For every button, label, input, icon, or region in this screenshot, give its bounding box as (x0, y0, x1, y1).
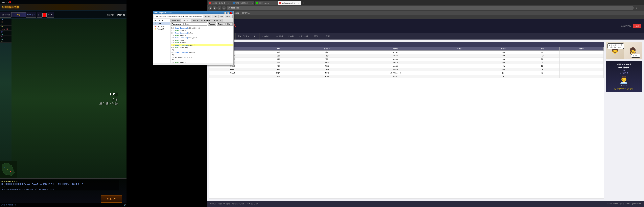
browser-tab-4[interactable]: wcchaos.com:8081 ✕ (278, 1, 301, 5)
footer-link-terms[interactable]: 이용약관 (210, 203, 216, 204)
website-content: WCCCHAOS 로그인 하세요 로그 게임소식 ▼ 갤러리스트 챔피언/업랭크… (207, 19, 644, 207)
browser-menu-button[interactable]: ⋮ (639, 6, 643, 10)
login-button[interactable]: 로그 (633, 24, 641, 28)
open-button[interactable]: Open (212, 15, 218, 18)
game-status-bar: 선택한 유닛이 없습니다. 🔊 (0, 203, 126, 207)
replay-path-bar: Browse Open Back Forward (153, 14, 234, 19)
tab-close-3[interactable]: ✕ (274, 2, 276, 4)
back-button[interactable]: Back (218, 15, 224, 18)
nav-manage[interactable]: 운영하기 (323, 33, 335, 40)
manga-speech-bubble-1: 랑당님, 이번 한번 함께 기대해주세요! (608, 43, 624, 49)
replay-maximize-button[interactable]: □ (228, 12, 230, 14)
cell: 0:10 (481, 61, 525, 64)
nav-new-board[interactable]: 신규게시판 (297, 33, 310, 40)
browser-forward-button[interactable]: ▶ (213, 6, 217, 10)
game-close-button[interactable]: ✕ (9, 1, 11, 3)
sidebar-item-search[interactable]: 🔍 Search (153, 22, 170, 24)
nav-inquiry-label: 1:1문의 ▼ (313, 35, 321, 38)
player-item: rich (0, 21, 12, 23)
cancel-button[interactable]: 취소 (A) (100, 195, 122, 203)
cell: wcc881 (354, 75, 437, 78)
replay-content: ⚙ Settings 🔍 Search 📊 Hero chart 📁 Repla… (153, 19, 234, 63)
footer-link-email[interactable]: 이메일 무수신거부 (232, 203, 244, 204)
browser-refresh-button[interactable]: ↻ (217, 6, 221, 10)
browser-url-bar[interactable] (226, 6, 634, 10)
nav-champion-label: 챔피언/업랭크 (238, 35, 249, 38)
browser-tab-2[interactable]: 위쳐3 하기 관리자 ✕ (232, 1, 254, 5)
browser-bookmark-button[interactable]: ☆ (634, 6, 638, 10)
browser-back-button[interactable]: ◀ (208, 6, 212, 10)
footer-link-privacy[interactable]: 개인정보처리방침 (218, 203, 230, 204)
site-login-area[interactable]: 로그인 하세요 로그 (620, 24, 641, 28)
filters-button[interactable]: Filters (226, 22, 232, 26)
chat-entry: [All] (171, 59, 233, 61)
map-name: 로다렌 - 겨울 (99, 101, 118, 106)
nav-item-select[interactable]: 아이템 선 (273, 33, 285, 40)
chat-entry: 6:48[Allies] xJack: 아임 (171, 46, 233, 49)
sidebar-item-replay[interactable]: 📁 Replay (0) (153, 28, 170, 30)
sidebar-item-settings[interactable]: ⚙ Settings (153, 19, 170, 22)
search-type-select[interactable]: Text contains (171, 22, 184, 26)
hud-nightwolf-slot: 나이트 울프 (26, 12, 36, 18)
tab-close-1[interactable]: ✕ (228, 2, 230, 4)
new-tab-button[interactable]: + (301, 1, 305, 5)
player-item: Dar (0, 36, 12, 38)
cell: 0:0 (481, 71, 525, 75)
cell: 관광 (300, 50, 354, 54)
manga-container: 👦 랑당님, 이번 한번 함께 기대해주세요! 👧 나, 너도... (606, 42, 642, 59)
cell: 0:10 (481, 50, 525, 54)
tab-close-4[interactable]: ✕ (298, 2, 300, 4)
browser-bookmarks-bar: 업로드 하기 wcchaos.com/8081 위쳐3... (207, 11, 644, 15)
replay-close-button[interactable]: ✕ (230, 12, 232, 14)
nav-god[interactable]: 갓드 (251, 33, 260, 40)
cell: 0달 (525, 64, 560, 68)
browser-tab-1[interactable]: wcc아스 - 업로드 하기 ✕ (208, 1, 231, 5)
browser-home-button[interactable]: ⌂ (222, 6, 226, 10)
player-item: kKC (0, 26, 12, 28)
tab-action-log[interactable]: Action log (212, 19, 223, 22)
nav-manage-label: 운영하기 (326, 35, 332, 38)
find-next-button[interactable]: Find next (208, 22, 216, 26)
bookmark-3[interactable]: 위쳐3... (241, 12, 251, 14)
tab-close-2[interactable]: ✕ (251, 2, 253, 4)
hud-team-slot: 팀 1 (37, 12, 42, 18)
search-input[interactable] (184, 22, 207, 26)
gwp-advertisement[interactable]: 지금 선발자8대최종 합격처! GWP군무원학원 👨‍💼 2021년도 합격자 … (606, 61, 642, 92)
nav-updaldan[interactable]: 업달대편 (285, 33, 297, 40)
replay-path-input[interactable] (154, 15, 203, 18)
player-item: JJa (0, 40, 12, 42)
cell: 1:1관 (300, 75, 354, 78)
nav-champion[interactable]: 챔피언/업랭크 (236, 33, 251, 40)
tab-actions[interactable]: Actions (191, 19, 200, 22)
tab-game-info[interactable]: Game info (170, 19, 182, 22)
chat-entry: 6:18[Game Command] penaryryui: 2 (171, 37, 233, 39)
nav-inquiry[interactable]: 1:1문의 ▼ (310, 33, 323, 40)
replay-search-bar: Text contains Find next Find prev Filter… (170, 22, 234, 26)
browse-button[interactable]: Browse (204, 15, 211, 18)
cell: 1:1 파과wcc448 (354, 71, 437, 75)
site-footer: 이용약관 개인정보처리방침 이메일 무수신거부 제3자 관련 알리기 © 200… (207, 201, 644, 207)
chat-entry-highlight: 6:45[Game Command] likOmu: 2 (171, 44, 233, 46)
sidebar-replay-label: Replay (0) (157, 28, 164, 30)
find-prev-button[interactable]: Find prev (217, 22, 226, 26)
chat-entry: 6:26[Allies] namaer: 2 (171, 42, 233, 44)
replay-window-buttons: ─ □ ✕ (224, 11, 232, 14)
chatlog-content[interactable]: 6:10[Game Command] tobied: 활다는 프 6:13[Al… (170, 26, 234, 63)
search-icon: 🔍 (154, 22, 156, 24)
footer-links: 이용약관 개인정보처리방침 이메일 무수신거부 제3자 관련 알리기 (210, 203, 258, 205)
browser-tab-3[interactable]: 네이버 (naver) ✕ (255, 1, 278, 5)
replay-minimize-button[interactable]: ─ (224, 12, 226, 14)
sidebar-item-hero-chart[interactable]: 📊 Hero chart (153, 24, 170, 28)
nav-karimaner[interactable]: 카리마너 ▼ (260, 33, 273, 40)
forward-button[interactable]: Forward (225, 15, 232, 18)
hud-computer-label: 컴퓨터(중수) (2, 14, 10, 16)
replay-tabs: Game info Chat log Actions Presentation … (170, 19, 234, 22)
cell: 팀팀 (256, 58, 300, 61)
game-topbar: Warcraft III ✕ (0, 0, 126, 4)
tab-favicon-1 (209, 2, 211, 4)
footer-link-third-party[interactable]: 제3자 관련 알리기 (247, 203, 258, 204)
tab-presentation[interactable]: Presentation (200, 19, 212, 22)
tab-chat-log[interactable]: Chat log (182, 19, 191, 22)
manga-left-panel: 👦 랑당님, 이번 한번 함께 기대해주세요! (606, 42, 624, 59)
login-label: 로그인 하세요 (620, 25, 631, 27)
